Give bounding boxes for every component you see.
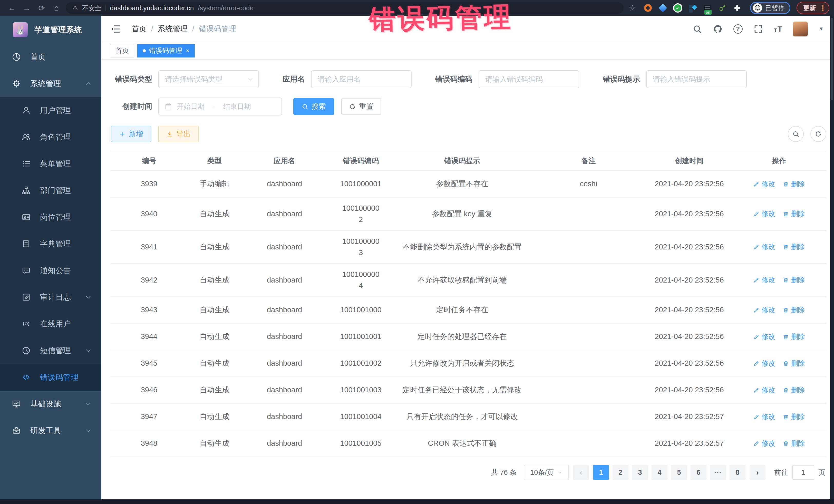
cell-actions: 修改 删除	[731, 209, 826, 219]
toggle-search-button[interactable]	[788, 126, 804, 142]
edit-link[interactable]: 修改	[753, 332, 775, 342]
delete-link[interactable]: 删除	[783, 179, 805, 190]
delete-link[interactable]: 删除	[783, 332, 805, 342]
github-icon[interactable]	[713, 24, 723, 34]
pencil-icon	[753, 414, 760, 420]
close-icon[interactable]: ×	[186, 47, 190, 54]
page-size-select[interactable]: 10条/页	[524, 465, 569, 480]
extension-icon[interactable]: ✓	[673, 3, 682, 13]
search-icon[interactable]	[692, 24, 702, 34]
reset-button[interactable]: 重置	[341, 98, 381, 115]
next-page-button[interactable]: ›	[750, 465, 766, 480]
page-button[interactable]: 2	[613, 465, 629, 480]
delete-link[interactable]: 删除	[783, 385, 805, 395]
trash-icon	[783, 360, 789, 367]
scrollbar[interactable]	[830, 16, 834, 499]
page-button[interactable]: 5	[671, 465, 687, 480]
tag-home[interactable]: 首页	[110, 44, 134, 58]
cell-hint: 不能删除类型为系统内置的参数配置	[394, 241, 530, 253]
sidebar-item-infrastructure[interactable]: 基础设施	[0, 391, 101, 417]
breadcrumb-home[interactable]: 首页	[132, 24, 147, 34]
page-button[interactable]: 1	[593, 465, 609, 480]
delete-link[interactable]: 删除	[783, 438, 805, 449]
page-button[interactable]: 3	[632, 465, 648, 480]
edit-link[interactable]: 修改	[753, 209, 775, 219]
help-icon[interactable]: ?	[733, 24, 743, 34]
delete-link[interactable]: 删除	[783, 242, 805, 252]
date-range-picker[interactable]: 开始日期 - 结束日期	[158, 97, 282, 115]
user-avatar[interactable]	[793, 22, 808, 37]
edit-link[interactable]: 修改	[753, 385, 775, 395]
avatar-caret-icon[interactable]: ▼	[819, 26, 824, 32]
error-type-select[interactable]	[158, 70, 259, 88]
bookmark-star-icon[interactable]: ☆	[629, 3, 636, 13]
page-button[interactable]: 8	[729, 465, 745, 480]
sidebar-item-user-mgmt[interactable]: 用户管理	[0, 97, 101, 124]
trash-icon	[783, 387, 789, 393]
error-hint-input[interactable]	[646, 70, 747, 88]
prev-page-button[interactable]: ‹	[573, 465, 589, 480]
puzzle-extensions-icon[interactable]	[733, 3, 742, 13]
sidebar-item-audit-log[interactable]: 审计日志	[0, 284, 101, 310]
app-logo[interactable]: 🐰 芋道管理系统	[0, 16, 101, 44]
sidebar-item-post-mgmt[interactable]: 岗位管理	[0, 204, 101, 231]
sidebar-item-notice[interactable]: 通知公告	[0, 257, 101, 284]
sidebar-item-dict-mgmt[interactable]: 字典管理	[0, 231, 101, 257]
sidebar-item-system-mgmt[interactable]: 系统管理	[0, 70, 101, 97]
sidebar-item-error-code-mgmt[interactable]: 错误码管理	[0, 364, 101, 391]
add-button[interactable]: 新增	[111, 126, 151, 142]
delete-link[interactable]: 删除	[783, 305, 805, 315]
extension-icon[interactable]	[688, 3, 697, 13]
font-size-icon[interactable]: TT	[774, 25, 783, 34]
edit-link[interactable]: 修改	[753, 412, 775, 422]
sidebar-item-dev-tools[interactable]: 研发工具	[0, 417, 101, 444]
forward-icon[interactable]: →	[21, 2, 32, 14]
sidebar-item-home[interactable]: 首页	[0, 44, 101, 70]
home-icon[interactable]: ⌂	[51, 2, 62, 14]
system-submenu: 用户管理 角色管理 菜单管理 部门管理 岗位管理	[0, 97, 101, 391]
address-bar[interactable]: ⚠ 不安全 dashboard.yudao.iocoder.cn /system…	[66, 2, 623, 14]
key-extension-icon[interactable]	[718, 3, 727, 13]
goto-page-input[interactable]	[792, 465, 814, 480]
table-row: 3941 自动生成 dashboard 100100000 3 不能删除类型为系…	[111, 231, 826, 264]
sidebar-item-sms-mgmt[interactable]: 短信管理	[0, 337, 101, 364]
export-button[interactable]: 导出	[158, 126, 199, 142]
hamburger-icon[interactable]	[110, 24, 121, 35]
browser-profile-chip[interactable]: 😃 已暂停	[750, 2, 790, 14]
delete-link[interactable]: 删除	[783, 412, 805, 422]
sidebar-item-menu-mgmt[interactable]: 菜单管理	[0, 150, 101, 177]
tag-error-code-mgmt[interactable]: 错误码管理 ×	[137, 44, 195, 58]
delete-link[interactable]: 删除	[783, 209, 805, 219]
extension-icon[interactable]	[643, 3, 653, 13]
extension-icon[interactable]: on	[703, 3, 712, 13]
edit-link[interactable]: 修改	[753, 242, 775, 252]
sidebar-item-role-mgmt[interactable]: 角色管理	[0, 124, 101, 150]
back-icon[interactable]: ←	[6, 2, 18, 14]
edit-link[interactable]: 修改	[753, 358, 775, 369]
edit-link[interactable]: 修改	[753, 275, 775, 285]
refresh-table-button[interactable]	[810, 126, 826, 142]
page-button[interactable]: 6	[690, 465, 706, 480]
sidebar-item-online-users[interactable]: 在线用户	[0, 310, 101, 337]
edit-link[interactable]: 修改	[753, 305, 775, 315]
pencil-icon	[753, 387, 760, 393]
breadcrumb-system-mgmt[interactable]: 系统管理	[158, 24, 188, 34]
app-name-input[interactable]	[311, 70, 412, 88]
chevron-down-icon	[557, 469, 563, 475]
table-row: 3947 自动生成 dashboard 1001001004 只有开启状态的任务…	[111, 404, 826, 430]
kebab-menu-icon[interactable]: ⋮	[819, 4, 826, 12]
fullscreen-icon[interactable]	[753, 24, 763, 34]
page-button[interactable]: ···	[710, 465, 726, 480]
page-button[interactable]: 4	[652, 465, 667, 480]
edit-link[interactable]: 修改	[753, 438, 775, 449]
error-code-input[interactable]	[479, 70, 579, 88]
edit-link[interactable]: 修改	[753, 179, 775, 190]
reload-icon[interactable]: ⟳	[36, 2, 47, 14]
cell-code: 1001001002	[327, 358, 394, 369]
search-button[interactable]: 搜索	[293, 98, 334, 115]
delete-link[interactable]: 删除	[783, 275, 805, 285]
delete-link[interactable]: 删除	[783, 358, 805, 369]
sidebar-item-dept-mgmt[interactable]: 部门管理	[0, 177, 101, 204]
browser-update-button[interactable]: 更新 ⋮	[796, 2, 829, 14]
extension-icon[interactable]	[658, 3, 667, 13]
